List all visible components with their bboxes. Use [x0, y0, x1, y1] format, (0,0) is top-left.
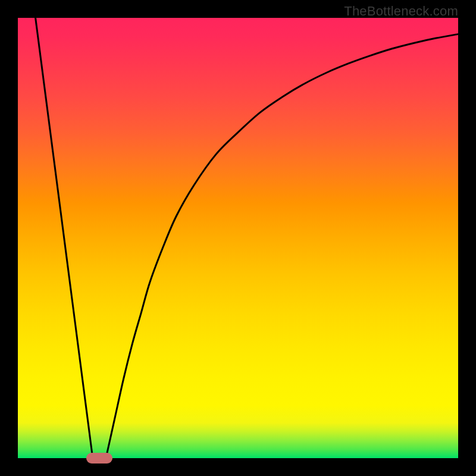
- curve-layer: [18, 18, 458, 458]
- attribution-watermark: TheBottleneck.com: [344, 4, 458, 19]
- minimum-marker: [86, 453, 112, 464]
- left-descent-curve: [36, 18, 93, 458]
- plot-area: [18, 18, 458, 458]
- right-rise-curve: [106, 34, 458, 458]
- chart-frame: TheBottleneck.com: [0, 0, 476, 476]
